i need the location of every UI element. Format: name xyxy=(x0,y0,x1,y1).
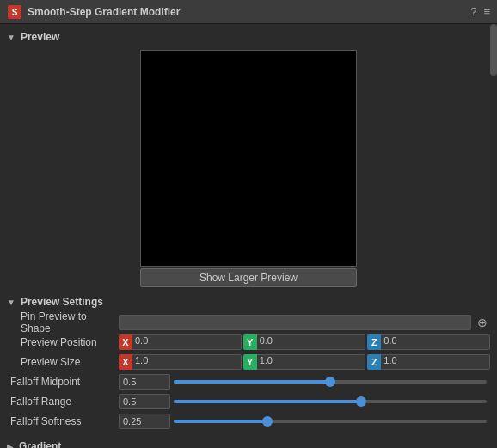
preview-position-label: Preview Position xyxy=(7,336,119,348)
preview-section-label: Preview xyxy=(21,31,59,43)
size-z-input[interactable]: 1.0 xyxy=(381,354,490,370)
falloff-range-track xyxy=(174,400,487,403)
size-x-input[interactable]: 1.0 xyxy=(132,354,242,370)
settings-body: Pin Preview to Shape ⊕ Preview Position … xyxy=(0,311,497,433)
show-larger-preview-button[interactable]: Show Larger Preview xyxy=(140,268,357,287)
falloff-range-row: Falloff Range 0.5 xyxy=(7,392,490,411)
svg-text:S: S xyxy=(12,8,18,17)
falloff-softness-fill xyxy=(174,420,267,423)
falloff-midpoint-thumb[interactable] xyxy=(325,377,335,387)
falloff-softness-track xyxy=(174,420,487,423)
menu-button[interactable]: ≡ xyxy=(483,5,490,18)
falloff-range-slider[interactable] xyxy=(170,394,490,409)
gradient-section-label: Gradient xyxy=(19,440,61,448)
settings-arrow-icon: ▼ xyxy=(7,298,15,307)
falloff-range-fill xyxy=(174,400,361,403)
falloff-midpoint-fill xyxy=(174,380,330,384)
preview-container: Show Larger Preview xyxy=(0,46,497,291)
pin-preview-row: Pin Preview to Shape ⊕ xyxy=(7,313,490,332)
pin-icon[interactable]: ⊕ xyxy=(475,315,490,330)
preview-canvas xyxy=(140,50,357,267)
pos-z-field: Z 0.0 xyxy=(367,334,490,350)
pin-preview-label: Pin Preview to Shape xyxy=(7,310,119,334)
x-label: X xyxy=(119,334,132,350)
preview-size-label: Preview Size xyxy=(7,356,119,368)
title-bar: S Smooth-Step Gradient Modifier ? ≡ xyxy=(0,0,497,24)
preview-size-row: Preview Size X 1.0 Y 1.0 Z 1.0 xyxy=(7,353,490,371)
gradient-section-header[interactable]: ▶ Gradient xyxy=(0,437,497,448)
falloff-softness-value[interactable]: 0.25 xyxy=(119,414,170,429)
preview-position-row: Preview Position X 0.0 Y 0.0 Z 0.0 xyxy=(7,333,490,352)
size-y-label: Y xyxy=(243,354,257,370)
gradient-arrow-icon: ▶ xyxy=(7,442,14,449)
falloff-range-value[interactable]: 0.5 xyxy=(119,394,170,409)
falloff-midpoint-value[interactable]: 0.5 xyxy=(119,374,170,390)
app-icon: S xyxy=(7,4,22,20)
pos-x-field: X 0.0 xyxy=(119,334,242,350)
falloff-softness-row: Falloff Softness 0.25 xyxy=(7,412,490,431)
scrollbar[interactable] xyxy=(490,24,497,448)
size-x-label: X xyxy=(119,354,132,370)
main-content: ▼ Preview Show Larger Preview ▼ Preview … xyxy=(0,24,497,448)
size-z-field: Z 1.0 xyxy=(367,354,490,370)
falloff-midpoint-row: Falloff Midpoint 0.5 xyxy=(7,372,490,391)
y-label: Y xyxy=(243,334,257,350)
preview-settings-header[interactable]: ▼ Preview Settings xyxy=(0,292,497,311)
pos-z-input[interactable]: 0.0 xyxy=(381,334,490,350)
size-y-field: Y 1.0 xyxy=(243,354,366,370)
preview-section-header[interactable]: ▼ Preview xyxy=(0,28,497,46)
falloff-range-label: Falloff Range xyxy=(7,396,119,408)
pos-y-field: Y 0.0 xyxy=(243,334,366,350)
falloff-softness-slider[interactable] xyxy=(170,414,490,429)
preview-arrow-icon: ▼ xyxy=(7,33,15,42)
gradient-section: ▶ Gradient xyxy=(0,437,497,448)
size-z-label: Z xyxy=(367,354,381,370)
falloff-midpoint-label: Falloff Midpoint xyxy=(7,376,119,388)
title-text: Smooth-Step Gradient Modifier xyxy=(28,6,470,18)
pos-y-input[interactable]: 0.0 xyxy=(257,334,366,350)
preview-settings-section: ▼ Preview Settings Pin Preview to Shape … xyxy=(0,292,497,433)
preview-settings-label: Preview Settings xyxy=(21,296,103,308)
preview-size-xyz: X 1.0 Y 1.0 Z 1.0 xyxy=(119,354,490,370)
falloff-midpoint-slider[interactable] xyxy=(170,374,490,390)
z-label: Z xyxy=(367,334,381,350)
pin-preview-field[interactable] xyxy=(119,315,471,330)
pos-x-input[interactable]: 0.0 xyxy=(132,334,242,350)
size-x-field: X 1.0 xyxy=(119,354,242,370)
size-y-input[interactable]: 1.0 xyxy=(257,354,366,370)
title-bar-actions: ? ≡ xyxy=(470,5,490,18)
help-button[interactable]: ? xyxy=(470,5,476,18)
falloff-range-thumb[interactable] xyxy=(356,396,366,407)
preview-position-xyz: X 0.0 Y 0.0 Z 0.0 xyxy=(119,334,490,350)
falloff-softness-label: Falloff Softness xyxy=(7,415,119,427)
falloff-midpoint-track xyxy=(174,380,487,384)
scrollbar-thumb[interactable] xyxy=(490,24,497,76)
falloff-softness-thumb[interactable] xyxy=(262,416,273,427)
